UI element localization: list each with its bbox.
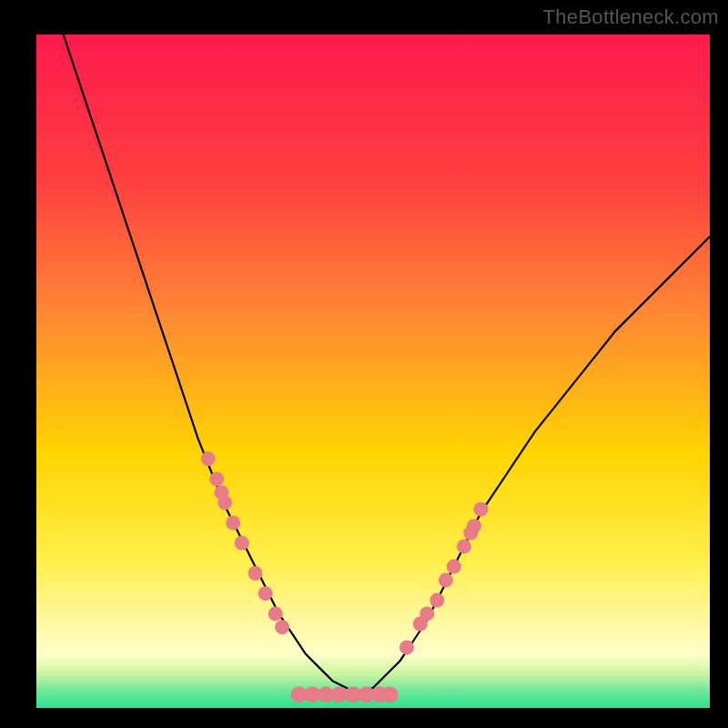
marker-dot — [248, 566, 263, 581]
gradient-background — [36, 35, 710, 708]
marker-dot — [382, 686, 399, 703]
marker-dot — [457, 539, 471, 553]
marker-dot — [258, 586, 273, 601]
marker-dot — [439, 572, 453, 587]
plot-area — [36, 35, 710, 708]
marker-dot — [268, 606, 283, 621]
marker-group-flat — [291, 686, 399, 703]
chart-frame: TheBottleneck.com — [0, 0, 728, 728]
marker-dot — [235, 536, 249, 551]
marker-dot — [275, 620, 289, 634]
marker-dot — [430, 593, 444, 608]
marker-dot — [217, 495, 232, 510]
marker-dot — [473, 502, 488, 517]
marker-dot — [209, 471, 224, 486]
marker-dot — [467, 519, 481, 533]
marker-dot — [201, 451, 216, 466]
chart-svg — [36, 35, 710, 708]
marker-dot — [447, 560, 461, 574]
marker-dot — [226, 516, 240, 531]
attribution-label: TheBottleneck.com — [543, 5, 719, 29]
marker-dot — [399, 640, 414, 654]
marker-dot — [420, 606, 434, 621]
